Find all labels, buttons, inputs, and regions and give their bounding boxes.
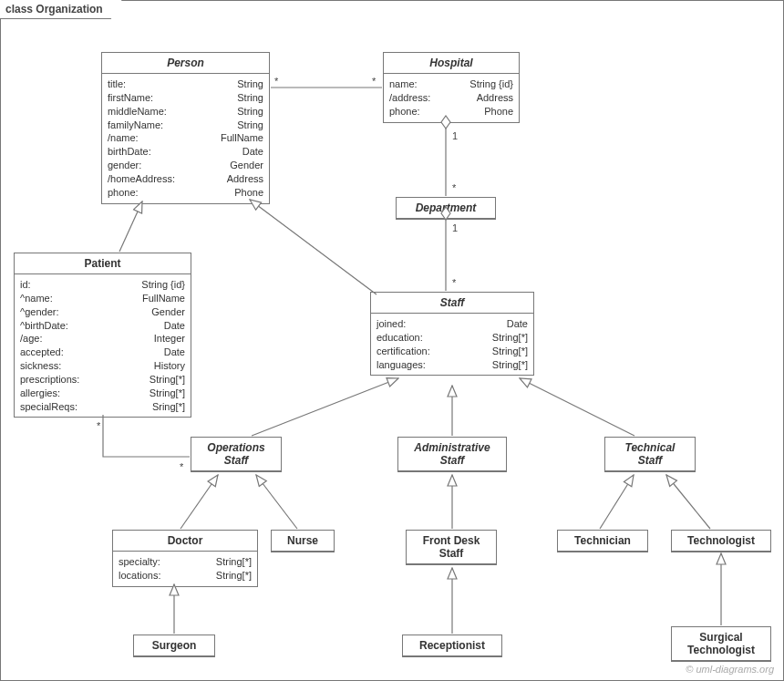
attribute-name: ^name: [20, 292, 53, 305]
svg-line-5 [252, 378, 398, 436]
class-hospital-title: Hospital [384, 53, 519, 74]
attribute-name: id: [20, 278, 31, 292]
attribute-type: String[*] [150, 387, 185, 400]
class-doctor-body: specialty:String[*]locations:String[*] [113, 552, 257, 586]
class-department: Department [396, 197, 496, 220]
mult-patient-ops-left: * [97, 420, 100, 431]
class-front-desk-staff: Front Desk Staff [406, 530, 497, 565]
attribute-name: locations: [119, 569, 160, 583]
attribute-type: Phone [234, 186, 263, 200]
label: Operations [207, 441, 264, 454]
attribute-type: String [237, 105, 263, 119]
attribute-row: locations:String[*] [119, 569, 252, 583]
attribute-name: ^gender: [20, 305, 58, 319]
class-surgical-technologist-title: Surgical Technologist [672, 627, 770, 661]
mult-hospital-dept-top: 1 [452, 130, 458, 141]
label: Administrative [414, 441, 490, 454]
attribute-name: sickness: [20, 359, 61, 373]
attribute-name: firstName: [108, 91, 153, 105]
attribute-row: specialty:String[*] [119, 555, 252, 569]
attribute-name: phone: [389, 105, 420, 119]
attribute-row: phone:Phone [108, 186, 263, 200]
attribute-name: joined: [377, 317, 406, 331]
class-patient: Patient id:String {id}^name:FullName^gen… [14, 253, 191, 418]
mult-dept-staff-bot: * [452, 277, 456, 288]
attribute-name: specialty: [119, 555, 160, 569]
attribute-row: ^birthDate:Date [20, 319, 185, 333]
attribute-type: Address [477, 91, 513, 105]
class-nurse: Nurse [271, 530, 335, 552]
attribute-type: Date [507, 317, 528, 331]
attribute-row: gender:Gender [108, 159, 263, 172]
class-technologist: Technologist [671, 530, 771, 552]
attribute-name: accepted: [20, 346, 64, 359]
label: Staff [440, 454, 464, 467]
attribute-name: /address: [389, 91, 430, 105]
attribute-row: education:String[*] [377, 331, 528, 345]
attribute-name: name: [389, 77, 418, 91]
attribute-type: String {id} [141, 278, 185, 292]
class-staff-body: joined:Dateeducation:String[*]certificat… [371, 314, 533, 375]
mult-person-hospital-right: * [372, 76, 376, 87]
attribute-name: phone: [108, 186, 139, 200]
attribute-row: joined:Date [377, 317, 528, 331]
attribute-name: birthDate: [108, 145, 151, 159]
mult-dept-staff-top: 1 [452, 222, 458, 233]
mult-hospital-dept-bot: * [452, 182, 456, 193]
class-technician-title: Technician [558, 531, 647, 552]
label: Technologist [687, 644, 755, 656]
label: Staff [638, 454, 662, 467]
diagram-frame: class Organization Person title:Stringfi… [0, 0, 784, 681]
attribute-row: phone:Phone [389, 105, 513, 119]
attribute-name: /age: [20, 332, 42, 346]
svg-line-11 [600, 475, 634, 529]
class-administrative-staff-title: Administrative Staff [398, 438, 506, 471]
class-front-desk-staff-title: Front Desk Staff [407, 531, 496, 564]
attribute-row: /age:Integer [20, 332, 185, 346]
attribute-type: Address [227, 172, 263, 186]
attribute-type: String [237, 77, 263, 91]
attribute-type: String[*] [150, 373, 185, 387]
class-person-body: title:StringfirstName:StringmiddleName:S… [102, 74, 269, 203]
attribute-row: specialReqs:Sring[*] [20, 400, 185, 414]
attribute-row: middleName:String [108, 105, 263, 119]
attribute-row: name:String {id} [389, 77, 513, 91]
class-hospital: Hospital name:String {id}/address:Addres… [383, 52, 520, 123]
attribute-row: accepted:Date [20, 346, 185, 359]
attribute-type: String[*] [492, 345, 528, 358]
attribute-row: allergies:String[*] [20, 387, 185, 400]
class-operations-staff-title: Operations Staff [191, 438, 281, 471]
attribute-type: Date [242, 145, 263, 159]
mult-person-hospital-left: * [274, 76, 278, 87]
class-surgeon-title: Surgeon [134, 635, 214, 656]
class-staff-title: Staff [371, 293, 533, 314]
attribute-type: Sring[*] [152, 400, 185, 414]
attribute-name: allergies: [20, 387, 60, 400]
attribute-name: title: [108, 77, 126, 91]
attribute-type: History [154, 359, 185, 373]
svg-line-3 [119, 201, 142, 252]
class-administrative-staff: Administrative Staff [397, 437, 507, 472]
attribute-row: sickness:History [20, 359, 185, 373]
class-patient-title: Patient [15, 253, 191, 274]
class-technical-staff-title: Technical Staff [605, 438, 695, 471]
class-surgeon: Surgeon [133, 635, 215, 657]
attribute-type: Gender [151, 305, 185, 319]
svg-line-12 [666, 475, 710, 529]
class-department-title: Department [397, 198, 495, 219]
attribute-type: Integer [154, 332, 185, 346]
label: Staff [439, 547, 464, 560]
attribute-row: ^gender:Gender [20, 305, 185, 319]
class-doctor-title: Doctor [113, 531, 257, 552]
class-patient-body: id:String {id}^name:FullName^gender:Gend… [15, 274, 191, 417]
attribute-row: languages:String[*] [377, 358, 528, 372]
attribute-type: String[*] [492, 358, 528, 372]
attribute-type: String [237, 91, 263, 105]
attribute-name: prescriptions: [20, 373, 79, 387]
svg-line-8 [181, 475, 218, 529]
attribute-name: education: [377, 331, 423, 345]
attribute-name: familyName: [108, 119, 163, 132]
class-surgical-technologist: Surgical Technologist [671, 626, 771, 662]
attribute-name: middleName: [108, 105, 167, 119]
attribute-type: FullName [221, 131, 263, 145]
